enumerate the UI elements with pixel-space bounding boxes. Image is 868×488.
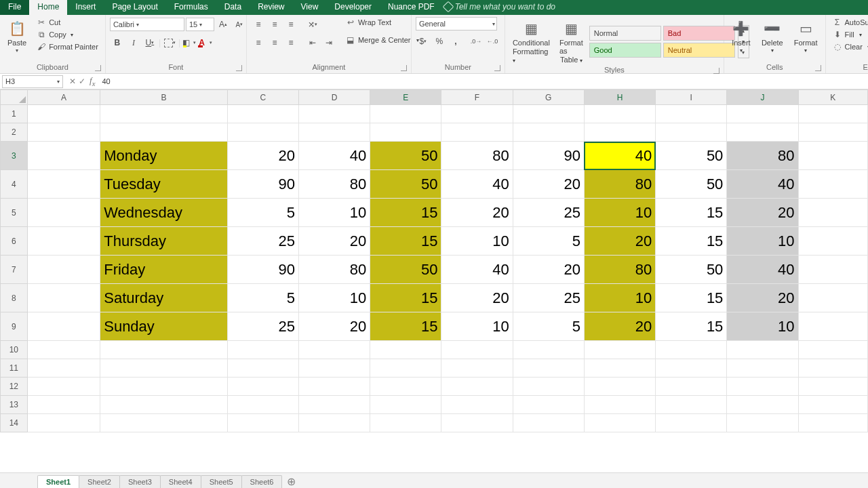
row-header-13[interactable]: 13 (1, 396, 28, 414)
cell-A13[interactable] (27, 396, 100, 414)
cell-H2[interactable] (584, 123, 655, 142)
sheet-tab-1[interactable]: Sheet1 (37, 475, 79, 488)
cell-F6[interactable]: 10 (441, 227, 513, 256)
cell-I10[interactable] (656, 341, 727, 359)
cell-B6[interactable]: Thursday (100, 227, 228, 256)
cell-G8[interactable]: 25 (513, 284, 584, 312)
delete-cells-button[interactable]: ➖Delete▾ (758, 17, 787, 56)
cell-C11[interactable] (227, 359, 298, 378)
cell-E12[interactable] (370, 378, 441, 396)
cell-I5[interactable]: 15 (656, 199, 727, 227)
cell-K2[interactable] (798, 123, 867, 142)
cell-G2[interactable] (513, 123, 584, 142)
font-color-button[interactable]: A▾ (198, 35, 213, 50)
italic-button[interactable]: I (126, 35, 141, 50)
tab-review[interactable]: Review (250, 0, 292, 15)
decrease-font-button[interactable]: A▾ (232, 17, 247, 32)
cell-G6[interactable]: 5 (513, 227, 584, 256)
cell-J14[interactable] (727, 414, 798, 432)
cell-B4[interactable]: Tuesday (100, 170, 228, 199)
cell-A10[interactable] (27, 341, 100, 359)
cell-H3[interactable]: 40 (584, 142, 655, 170)
decrease-decimal-button[interactable]: ←.0 (485, 34, 500, 49)
cell-F14[interactable] (441, 414, 513, 432)
cell-A11[interactable] (27, 359, 100, 378)
cell-J10[interactable] (727, 341, 798, 359)
sheet-tab-6[interactable]: Sheet6 (241, 475, 283, 488)
cell-A1[interactable] (27, 105, 100, 123)
row-header-3[interactable]: 3 (1, 142, 28, 170)
cell-H6[interactable]: 20 (584, 227, 655, 256)
cell-J11[interactable] (727, 359, 798, 378)
cell-B11[interactable] (100, 359, 228, 378)
cell-style-normal[interactable]: Normal (589, 26, 661, 41)
cell-K12[interactable] (798, 378, 867, 396)
tab-insert[interactable]: Insert (67, 0, 104, 15)
accounting-format-button[interactable]: $▾ (416, 34, 431, 49)
cell-F10[interactable] (441, 341, 513, 359)
enter-formula-button[interactable]: ✓ (79, 77, 85, 86)
cell-K7[interactable] (798, 256, 867, 284)
cell-A12[interactable] (27, 378, 100, 396)
cell-H14[interactable] (584, 414, 655, 432)
cell-K14[interactable] (798, 414, 867, 432)
cell-E7[interactable]: 50 (370, 256, 441, 284)
cell-C3[interactable]: 20 (227, 142, 298, 170)
cell-I12[interactable] (656, 378, 727, 396)
underline-button[interactable]: U▾ (142, 35, 157, 50)
cell-I11[interactable] (656, 359, 727, 378)
font-size-combo[interactable]: 15▾ (186, 18, 214, 31)
col-header-B[interactable]: B (100, 90, 228, 105)
format-cells-button[interactable]: ▭Format▾ (791, 17, 821, 56)
cell-H1[interactable] (584, 105, 655, 123)
tab-page-layout[interactable]: Page Layout (104, 0, 165, 15)
cell-H12[interactable] (584, 378, 655, 396)
cell-F4[interactable]: 40 (441, 170, 513, 199)
col-header-I[interactable]: I (656, 90, 727, 105)
align-left-button[interactable]: ≡ (251, 35, 266, 50)
cell-D14[interactable] (298, 414, 370, 432)
tab-developer[interactable]: Developer (326, 0, 380, 15)
cell-D11[interactable] (298, 359, 370, 378)
tab-data[interactable]: Data (216, 0, 250, 15)
cell-style-good[interactable]: Good (589, 43, 661, 58)
cell-I3[interactable]: 50 (656, 142, 727, 170)
cell-E11[interactable] (370, 359, 441, 378)
cell-A5[interactable] (27, 199, 100, 227)
cell-J7[interactable]: 40 (727, 256, 798, 284)
cell-F3[interactable]: 80 (441, 142, 513, 170)
increase-indent-button[interactable]: ⇥ (321, 35, 336, 50)
cell-C4[interactable]: 90 (227, 170, 298, 199)
cell-F13[interactable] (441, 396, 513, 414)
cell-B5[interactable]: Wednesday (100, 199, 228, 227)
cell-K3[interactable] (798, 142, 867, 170)
row-header-1[interactable]: 1 (1, 105, 28, 123)
cell-E3[interactable]: 50 (370, 142, 441, 170)
cell-K13[interactable] (798, 396, 867, 414)
row-header-6[interactable]: 6 (1, 227, 28, 256)
cell-C6[interactable]: 25 (227, 227, 298, 256)
cell-B9[interactable]: Sunday (100, 312, 228, 341)
cell-F5[interactable]: 20 (441, 199, 513, 227)
format-painter-button[interactable]: 🖌Format Painter (34, 41, 101, 52)
row-header-11[interactable]: 11 (1, 359, 28, 378)
cell-I6[interactable]: 15 (656, 227, 727, 256)
cell-D5[interactable]: 10 (298, 199, 370, 227)
increase-decimal-button[interactable]: .0→ (469, 34, 484, 49)
cell-E14[interactable] (370, 414, 441, 432)
cell-D3[interactable]: 40 (298, 142, 370, 170)
decrease-indent-button[interactable]: ⇤ (305, 35, 320, 50)
cell-B2[interactable] (100, 123, 228, 142)
cell-C12[interactable] (227, 378, 298, 396)
select-all-button[interactable] (1, 90, 28, 105)
cell-F8[interactable]: 20 (441, 284, 513, 312)
cut-button[interactable]: ✂Cut (34, 17, 101, 28)
cell-A14[interactable] (27, 414, 100, 432)
cell-I2[interactable] (656, 123, 727, 142)
cell-G12[interactable] (513, 378, 584, 396)
cell-E9[interactable]: 15 (370, 312, 441, 341)
col-header-E[interactable]: E (370, 90, 441, 105)
cell-C10[interactable] (227, 341, 298, 359)
cell-I1[interactable] (656, 105, 727, 123)
increase-font-button[interactable]: A▴ (216, 17, 231, 32)
